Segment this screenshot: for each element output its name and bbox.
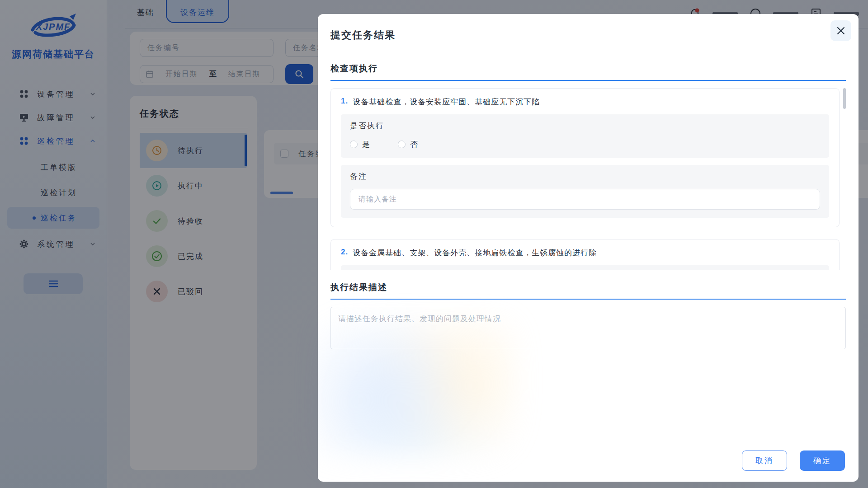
exec-block: 是否执行 是 否 bbox=[341, 114, 829, 158]
result-description-textarea[interactable] bbox=[330, 307, 846, 349]
checklist-item-2: 2. 设备金属基础、支架、设备外壳、接地扁铁检查，生锈腐蚀的进行除 是否执行 是… bbox=[330, 239, 840, 270]
radio-option-yes[interactable]: 是 bbox=[350, 139, 370, 150]
checklist-item-title: 1. 设备基础检查，设备安装应牢固、基础应无下沉下陷 bbox=[341, 97, 829, 107]
radio-icon bbox=[398, 141, 406, 148]
checklist-scroll-area[interactable]: 1. 设备基础检查，设备安装应牢固、基础应无下沉下陷 是否执行 是 否 bbox=[330, 83, 846, 270]
close-button[interactable] bbox=[830, 20, 851, 41]
radio-option-no[interactable]: 否 bbox=[398, 139, 418, 150]
scrollbar-track[interactable] bbox=[843, 85, 846, 267]
note-label: 备注 bbox=[350, 171, 820, 182]
modal-footer: 取消 确定 bbox=[742, 450, 845, 471]
exec-label: 是否执行 bbox=[350, 121, 820, 131]
scrollbar-thumb[interactable] bbox=[843, 88, 846, 109]
modal-title: 提交任务结果 bbox=[330, 14, 846, 42]
note-input[interactable] bbox=[350, 189, 820, 210]
checklist-item-1: 1. 设备基础检查，设备安装应牢固、基础应无下沉下陷 是否执行 是 否 bbox=[330, 88, 840, 227]
cancel-button[interactable]: 取消 bbox=[742, 450, 787, 471]
close-icon bbox=[836, 26, 846, 36]
submit-result-modal: 提交任务结果 检查项执行 1. 设备基础检查，设备安装应牢固、基础应无下沉下陷 … bbox=[318, 14, 859, 482]
checklist-section-title: 检查项执行 bbox=[330, 63, 846, 81]
note-block: 备注 bbox=[341, 165, 829, 218]
radio-icon bbox=[350, 141, 358, 148]
result-section-title: 执行结果描述 bbox=[330, 282, 846, 300]
checklist-item-title: 2. 设备金属基础、支架、设备外壳、接地扁铁检查，生锈腐蚀的进行除 bbox=[341, 248, 829, 258]
page-background: XJPMF 源网荷储基础平台 设备管理 bbox=[0, 0, 868, 488]
confirm-button[interactable]: 确定 bbox=[800, 450, 845, 471]
exec-block: 是否执行 是 否 bbox=[341, 265, 829, 270]
